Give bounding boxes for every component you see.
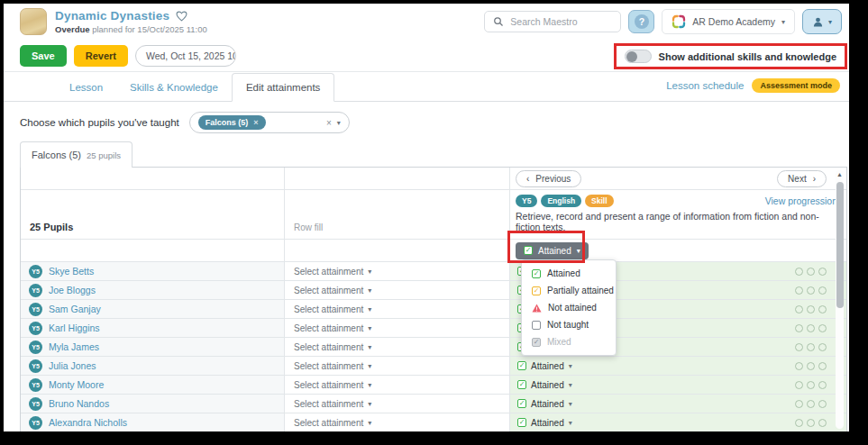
user-icon (812, 16, 824, 28)
select-attainment-dropdown[interactable]: Select attainment ▾ (294, 342, 371, 352)
row-fill-cell: Select attainment ▾ (285, 262, 510, 280)
search-input[interactable] (510, 16, 609, 27)
tab-lesson[interactable]: Lesson (56, 74, 116, 101)
pupil-name-link[interactable]: Karl Higgins (49, 322, 100, 333)
attainment-value-dropdown[interactable]: ✓Attained▾ (517, 418, 572, 428)
select-attainment-dropdown[interactable]: Select attainment ▾ (294, 399, 371, 409)
menu-item-attained[interactable]: ✓Attained (522, 265, 616, 282)
status-dot[interactable] (807, 343, 815, 351)
select-attainment-dropdown[interactable]: Select attainment ▾ (294, 323, 371, 333)
status-dot[interactable] (807, 324, 815, 332)
status-dot[interactable] (818, 324, 827, 332)
lesson-thumbnail[interactable] (20, 8, 47, 35)
pupil-name-link[interactable]: Alexandra Nicholls (49, 417, 127, 428)
select-attainment-dropdown[interactable]: Select attainment ▾ (294, 418, 371, 428)
status-dot[interactable] (795, 400, 803, 408)
user-menu-button[interactable]: ▾ (802, 9, 842, 34)
show-additional-skills-toggle[interactable] (625, 50, 652, 63)
pupil-cell: Y5Sam Ganjay (21, 300, 285, 318)
group-tab-name: Falcons (5) (32, 150, 81, 160)
attainment-value-dropdown[interactable]: ✓Attained▾ (517, 361, 572, 371)
status-dot[interactable] (795, 419, 803, 427)
status-dot[interactable] (818, 362, 827, 370)
assessment-mode-badge: Assessment mode (752, 78, 840, 93)
select-attainment-dropdown[interactable]: Select attainment ▾ (294, 286, 371, 295)
pupil-name-link[interactable]: Monty Moore (49, 379, 104, 390)
checkbox-checked-green-icon: ✓ (532, 269, 541, 278)
status-dot[interactable] (818, 268, 827, 276)
status-dot[interactable] (807, 419, 815, 427)
checkbox-checked-green-icon: ✓ (517, 380, 526, 389)
menu-item-not-attained[interactable]: Not attained (522, 299, 616, 316)
status-dots (795, 324, 827, 332)
bulk-attainment-dropdown[interactable]: ✓ Attained ▾ (516, 242, 589, 259)
chevron-down-icon: ▾ (828, 18, 832, 26)
help-button[interactable]: ? (628, 10, 654, 33)
status-dot[interactable] (818, 305, 827, 313)
status-dot[interactable] (795, 286, 803, 295)
pupil-cell: Y5Bruno Nandos (21, 395, 285, 413)
status-dot[interactable] (795, 305, 803, 313)
status-dot[interactable] (795, 381, 803, 389)
favourite-heart-icon[interactable] (176, 11, 187, 22)
row-fill-cell: Select attainment ▾ (285, 395, 510, 413)
menu-item-not-taught[interactable]: Not taught (522, 316, 616, 333)
status-dot[interactable] (818, 286, 827, 295)
status-dot[interactable] (818, 381, 827, 389)
group-tab-falcons[interactable]: Falcons (5) 25 pupils (20, 141, 132, 168)
pupil-name-link[interactable]: Sam Ganjay (49, 304, 101, 314)
attainment-value-dropdown[interactable]: ✓Attained▾ (517, 380, 572, 390)
status-dot[interactable] (807, 400, 815, 408)
tab-edit-attainments[interactable]: Edit attainments (232, 73, 334, 102)
clear-select-icon[interactable]: × (326, 118, 332, 128)
vertical-scrollbar[interactable]: ▲ (836, 170, 844, 429)
checkbox-checked-gray-icon: ✓ (532, 338, 541, 347)
pupil-name-link[interactable]: Joe Bloggs (49, 285, 96, 295)
menu-item-partially-attained[interactable]: ✓Partially attained (522, 282, 616, 299)
status-dot[interactable] (818, 343, 827, 351)
status-dot[interactable] (795, 343, 803, 351)
status-dot[interactable] (818, 400, 827, 408)
status-dot[interactable] (807, 286, 815, 295)
pupil-name-link[interactable]: Skye Betts (49, 266, 94, 277)
previous-skill-button[interactable]: ‹Previous (516, 170, 581, 187)
academy-selector[interactable]: AR Demo Academy ▾ (662, 9, 795, 34)
save-button[interactable]: Save (20, 45, 67, 67)
select-attainment-dropdown[interactable]: Select attainment ▾ (294, 361, 371, 371)
menu-item-label: Not taught (547, 320, 589, 330)
revert-button[interactable]: Revert (74, 45, 128, 67)
academy-name: AR Demo Academy (692, 16, 775, 27)
status-dots (795, 286, 827, 295)
scroll-up-icon[interactable]: ▲ (836, 170, 844, 179)
view-progression-link[interactable]: View progression (765, 195, 837, 206)
select-attainment-dropdown[interactable]: Select attainment ▾ (294, 267, 371, 277)
status-dot[interactable] (807, 305, 815, 313)
lesson-schedule-link[interactable]: Lesson schedule (666, 80, 744, 91)
status-dot[interactable] (807, 268, 815, 276)
attainment-value-dropdown[interactable]: ✓Attained▾ (517, 399, 572, 409)
scrollbar-thumb[interactable] (836, 182, 844, 308)
remove-tag-icon[interactable]: × (253, 118, 258, 127)
skill-type-badge: Skill (585, 195, 613, 207)
chevron-right-icon: › (813, 174, 816, 184)
chevron-down-icon[interactable]: ▾ (337, 119, 341, 127)
select-attainment-dropdown[interactable]: Select attainment ▾ (294, 380, 371, 390)
status-dot[interactable] (807, 362, 815, 370)
status-dot[interactable] (807, 381, 815, 389)
status-dot[interactable] (818, 419, 827, 427)
pupil-name-link[interactable]: Myla James (49, 341, 99, 352)
next-skill-button[interactable]: Next› (777, 170, 827, 187)
select-attainment-dropdown[interactable]: Select attainment ▾ (294, 304, 371, 314)
status-dot[interactable] (795, 268, 803, 276)
chevron-down-icon: ▾ (368, 381, 371, 389)
status-dots (795, 400, 827, 408)
status-dot[interactable] (795, 324, 803, 332)
datetime-picker-button[interactable]: Wed, Oct 15, 2025 10:00 / (135, 45, 236, 67)
menu-item-mixed: ✓Mixed (522, 333, 616, 350)
pupil-name-link[interactable]: Bruno Nandos (49, 398, 109, 409)
pupil-group-select[interactable]: Falcons (5) × × ▾ (189, 112, 350, 133)
pupil-name-link[interactable]: Julia Jones (49, 360, 96, 371)
status-dot[interactable] (795, 362, 803, 370)
tab-skills-knowledge[interactable]: Skills & Knowledge (116, 74, 232, 101)
menu-item-label: Mixed (547, 337, 571, 347)
